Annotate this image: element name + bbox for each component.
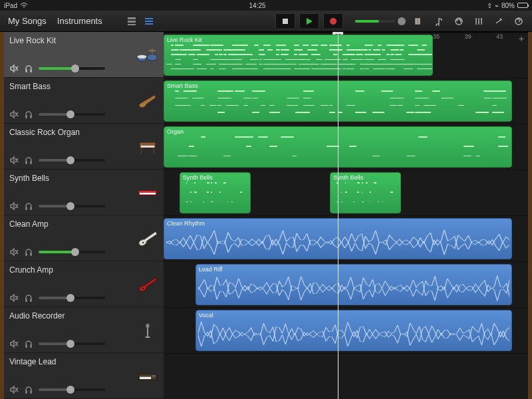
svg-rect-23 — [140, 193, 156, 195]
track-header-2[interactable]: Classic Rock Organ — [4, 124, 164, 170]
track-lane-1[interactable]: Smart Bass — [164, 78, 528, 124]
lanes[interactable]: Live Rock KitSmart BassOrganSynth BellsS… — [164, 33, 528, 399]
track-lane-3[interactable]: Synth BellsSynth Bells — [164, 170, 528, 216]
track-header-0[interactable]: Live Rock Kit — [4, 32, 164, 78]
track-header-7[interactable]: Vintage Lead — [4, 353, 164, 399]
volume-slider[interactable] — [39, 113, 105, 116]
headphones-icon[interactable] — [24, 64, 33, 73]
help-button[interactable] — [511, 13, 527, 29]
svg-line-20 — [141, 148, 142, 154]
guitar-red-icon — [136, 275, 160, 293]
mute-icon[interactable] — [9, 64, 19, 73]
track-lane-2[interactable]: Organ — [164, 124, 528, 170]
track-name: Smart Bass — [9, 82, 158, 91]
view-grid-button[interactable] — [124, 13, 140, 29]
bluetooth-icon: ⌁ — [495, 2, 499, 9]
track-lane-6[interactable]: Vocal — [164, 308, 528, 354]
status-bar: iPad 14:25 ⇪ ⌁ 80% — [0, 0, 532, 11]
record-button[interactable] — [323, 13, 343, 29]
headphones-icon[interactable] — [24, 201, 33, 211]
mute-icon[interactable] — [9, 247, 19, 257]
track-header-5[interactable]: Crunch Amp — [4, 261, 164, 307]
mute-icon[interactable] — [9, 156, 19, 165]
track-name: Clean Amp — [9, 219, 158, 229]
track-header-1[interactable]: Smart Bass — [4, 78, 164, 124]
svg-rect-3 — [145, 18, 153, 19]
headphones-icon[interactable] — [24, 110, 33, 119]
track-name: Live Rock Kit — [9, 36, 158, 45]
play-button[interactable] — [299, 13, 319, 29]
volume-slider[interactable] — [39, 159, 105, 162]
track-name: Vintage Lead — [9, 357, 158, 366]
drums-icon — [136, 45, 160, 64]
master-volume[interactable] — [355, 17, 406, 25]
region[interactable]: Lead Riff — [196, 264, 513, 305]
mute-icon[interactable] — [9, 110, 19, 119]
mic-icon — [136, 321, 160, 339]
guitar-white-icon — [136, 229, 160, 247]
track-lane-5[interactable]: Lead Riff — [164, 262, 528, 308]
track-lane-4[interactable]: Clean Rhythm — [164, 216, 528, 262]
playhead-line — [338, 33, 338, 399]
headphones-icon[interactable] — [24, 293, 33, 303]
track-header-3[interactable]: Synth Bells — [4, 170, 164, 215]
region[interactable]: Live Rock Kit — [164, 35, 433, 76]
svg-rect-9 — [418, 19, 420, 24]
svg-rect-6 — [283, 19, 288, 24]
view-tracks-button[interactable] — [141, 13, 157, 29]
region[interactable]: Synth Bells — [180, 172, 251, 213]
region-label: Lead Riff — [199, 266, 509, 273]
headphones-icon[interactable] — [24, 156, 33, 165]
headphones-icon[interactable] — [24, 385, 33, 394]
track-name: Audio Recorder — [9, 311, 158, 321]
volume-slider[interactable] — [39, 342, 105, 345]
loop-marker-button[interactable] — [411, 13, 427, 29]
svg-rect-4 — [145, 21, 153, 22]
battery-pct: 80% — [501, 2, 515, 9]
bass-icon — [136, 91, 160, 110]
mute-icon[interactable] — [9, 385, 19, 394]
track-sidebar: Live Rock KitSmart BassClassic Rock Orga… — [0, 32, 164, 399]
synth-icon — [136, 366, 160, 385]
nav-instruments[interactable]: Instruments — [55, 16, 105, 26]
mute-icon[interactable] — [9, 201, 19, 211]
svg-rect-30 — [140, 377, 151, 379]
volume-slider[interactable] — [39, 388, 105, 391]
svg-point-24 — [142, 242, 144, 244]
svg-rect-5 — [145, 23, 153, 25]
mixer-button[interactable] — [471, 13, 487, 29]
svg-point-13 — [138, 55, 147, 59]
volume-slider[interactable] — [39, 67, 105, 70]
volume-slider[interactable] — [39, 205, 105, 207]
track-lane-0[interactable]: Live Rock Kit — [164, 33, 528, 78]
headphones-icon[interactable] — [24, 247, 33, 257]
nav-my-songs[interactable]: My Songs — [5, 16, 49, 26]
volume-slider[interactable] — [39, 251, 105, 253]
track-name: Crunch Amp — [9, 265, 158, 275]
timeline[interactable]: + 1A5913172125293335394323 Live Rock Kit… — [164, 32, 532, 399]
mute-icon[interactable] — [9, 339, 19, 348]
svg-line-21 — [154, 148, 155, 154]
region[interactable]: Synth Bells — [330, 172, 401, 213]
volume-slider[interactable] — [39, 297, 105, 299]
headphones-icon[interactable] — [24, 339, 33, 348]
settings-button[interactable] — [491, 13, 507, 29]
loop-browser-button[interactable] — [451, 13, 467, 29]
track-name: Classic Rock Organ — [9, 128, 158, 137]
stop-button[interactable] — [275, 13, 295, 29]
region[interactable]: Vocal — [196, 310, 513, 351]
svg-rect-31 — [152, 375, 156, 377]
svg-point-14 — [147, 54, 157, 61]
clock: 14:25 — [28, 2, 487, 9]
svg-rect-8 — [416, 19, 417, 24]
toolbar: My Songs Instruments — [0, 11, 532, 32]
track-header-6[interactable]: Audio Recorder — [4, 307, 164, 353]
svg-point-25 — [142, 288, 144, 290]
note-editor-button[interactable] — [431, 13, 447, 29]
mute-icon[interactable] — [9, 293, 19, 303]
track-lane-7[interactable] — [164, 354, 528, 399]
track-header-4[interactable]: Clean Amp — [4, 215, 164, 261]
region-label: Vocal — [199, 312, 509, 319]
region-label: Synth Bells — [333, 174, 398, 181]
share-icon: ⇪ — [487, 2, 492, 9]
